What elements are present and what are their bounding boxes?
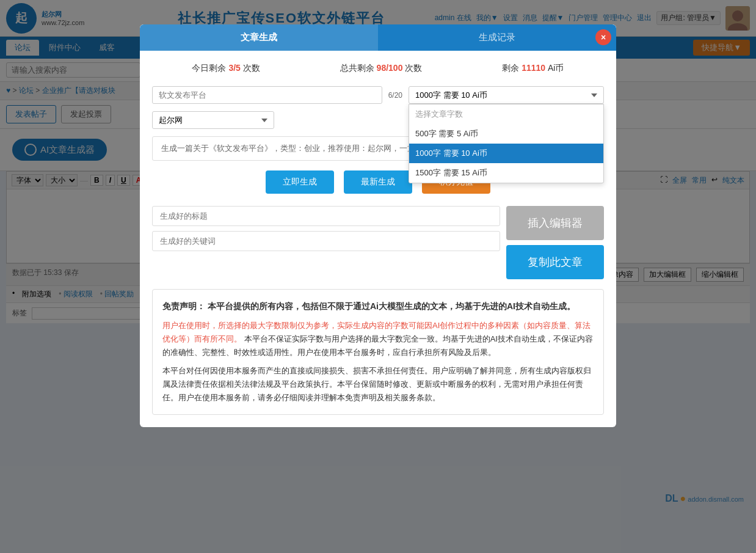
today-label: 今日剩余 <box>192 63 226 73</box>
dropdown-option-1500[interactable]: 1500字 需要 15 Ai币 <box>409 163 603 183</box>
stats-row: 今日剩余 3/5 次数 总共剩余 98/100 次数 剩余 11110 Ai币 <box>152 63 604 74</box>
today-value: 3/5 <box>228 63 240 73</box>
today-unit: 次数 <box>243 63 260 73</box>
platform-select[interactable]: 起尔网 <box>152 111 274 129</box>
word-count-dropdown: 选择文章字数 500字 需要 5 Ai币 1000字 需要 10 Ai币 150… <box>409 104 604 183</box>
insert-editor-button[interactable]: 插入编辑器 <box>506 206 604 240</box>
modal-overlay: 文章生成 生成记录 × 今日剩余 3/5 次数 总共剩余 98/100 次数 <box>0 0 756 553</box>
modal-dialog: 文章生成 生成记录 × 今日剩余 3/5 次数 总共剩余 98/100 次数 <box>140 24 616 427</box>
word-count-select[interactable]: 选择文章字数 500字 需要 5 Ai币 1000字 需要 10 Ai币 150… <box>409 86 604 104</box>
dropdown-option-1000[interactable]: 1000字 需要 10 Ai币 <box>409 144 603 163</box>
modal-header: 文章生成 生成记录 × <box>140 24 616 51</box>
modal-tab-history[interactable]: 生成记录 <box>378 24 616 51</box>
platform-char-count: 6/20 <box>388 91 402 100</box>
modal-tab-generate[interactable]: 文章生成 <box>140 24 378 51</box>
dropdown-option-header: 选择文章字数 <box>409 104 603 124</box>
platform-input-row: 6/20 选择文章字数 500字 需要 5 Ai币 1000字 需要 10 Ai… <box>152 86 604 104</box>
result-right: 插入编辑器 复制此文章 <box>506 206 604 279</box>
coin-value: 11110 <box>522 63 545 73</box>
background-page: 起 起尔网 www.72jz.com 社长推广宝传SEO软文外链平台 admin… <box>0 0 756 553</box>
total-label: 总共剩余 <box>340 63 374 73</box>
modal-body: 今日剩余 3/5 次数 总共剩余 98/100 次数 剩余 11110 Ai币 <box>140 51 616 427</box>
copy-article-button[interactable]: 复制此文章 <box>506 245 604 279</box>
disclaimer-main-text: 本平台提供的所有内容，包括但不限于通过Ai大模型生成的文本，均基于先进的AI技术… <box>208 301 575 311</box>
total-unit: 次数 <box>405 63 422 73</box>
coin-stat: 剩余 11110 Ai币 <box>502 63 564 74</box>
dropdown-option-500[interactable]: 500字 需要 5 Ai币 <box>409 124 603 144</box>
platform-name-input[interactable] <box>152 86 382 104</box>
total-value: 98/100 <box>377 63 403 73</box>
coin-label: 剩余 <box>502 63 519 73</box>
disclaimer-normal-text2: 本平台对任何因使用本服务而产生的直接或间接损失、损害不承担任何责任。用户应明确了… <box>162 366 591 402</box>
result-left <box>152 206 500 279</box>
disclaimer-normal-section2: 本平台对任何因使用本服务而产生的直接或间接损失、损害不承担任何责任。用户应明确了… <box>162 364 594 405</box>
result-keyword-input[interactable] <box>152 231 500 251</box>
modal-close-button[interactable]: × <box>595 29 611 45</box>
total-stat: 总共剩余 98/100 次数 <box>340 63 423 74</box>
generate-now-button[interactable]: 立即生成 <box>266 170 334 194</box>
platform-select-wrapper: 起尔网 <box>152 111 274 129</box>
generate-latest-button[interactable]: 最新生成 <box>344 170 412 194</box>
disclaimer-box: 免责声明： 本平台提供的所有内容，包括但不限于通过Ai大模型生成的文本，均基于先… <box>152 289 604 415</box>
result-title-input[interactable] <box>152 206 500 226</box>
disclaimer-red-section: 用户在使用时，所选择的最大字数限制仅为参考，实际生成内容的字数可能因AI创作过程… <box>162 319 594 359</box>
coin-unit: Ai币 <box>548 63 564 73</box>
today-stat: 今日剩余 3/5 次数 <box>192 63 260 74</box>
result-section: 插入编辑器 复制此文章 <box>152 206 604 279</box>
disclaimer-title: 免责声明： 本平台提供的所有内容，包括但不限于通过Ai大模型生成的文本，均基于先… <box>162 299 594 314</box>
word-count-select-wrapper: 选择文章字数 500字 需要 5 Ai币 1000字 需要 10 Ai币 150… <box>409 86 604 104</box>
